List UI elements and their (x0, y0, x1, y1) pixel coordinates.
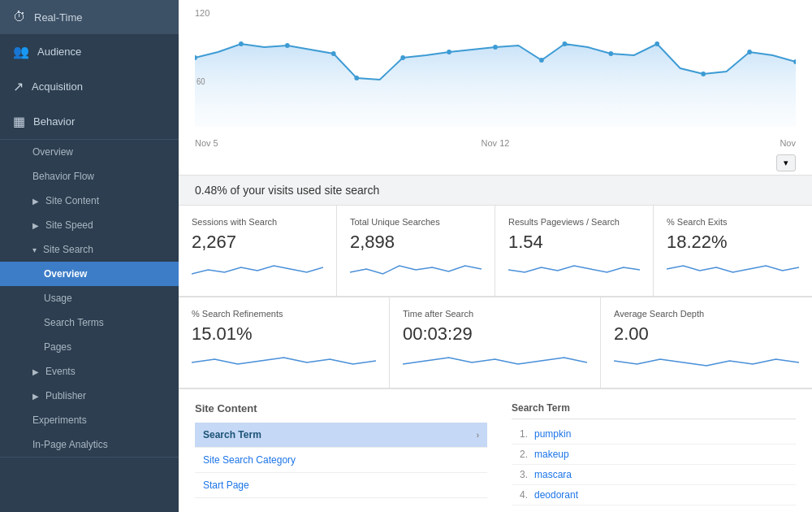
search-term-item-label: Search Term (203, 429, 261, 440)
sidebar-item-in-page[interactable]: In-Page Analytics (0, 432, 179, 457)
sparkline-r1 (403, 349, 587, 374)
sidebar-label-realtime: Real-Time (34, 11, 82, 24)
sidebar-item-experiments[interactable]: Experiments (0, 408, 179, 432)
metric-label-r0: % Search Refinements (192, 309, 376, 319)
metric-avg-search-depth: Average Search Depth 2.00 (601, 297, 812, 388)
in-page-label: In-Page Analytics (32, 439, 108, 450)
usage-label: Usage (44, 293, 72, 304)
search-term-row-0: 1. pumpkin (512, 424, 796, 445)
chart-dot (493, 45, 498, 50)
search-term-num-0: 1. (512, 428, 528, 440)
chart-date-2: Nov 12 (393, 138, 598, 148)
svg-text:60: 60 (197, 77, 205, 86)
chart-dot (447, 50, 451, 54)
sidebar-item-search-terms[interactable]: Search Terms (0, 310, 179, 335)
site-content-item-search-term[interactable]: Search Term › (195, 423, 487, 448)
sidebar-item-behavior-flow[interactable]: Behavior Flow (0, 164, 179, 189)
chart-dot (400, 55, 405, 60)
metric-sessions-search: Sessions with Search 2,267 (179, 206, 337, 297)
metrics-row-2: % Search Refinements 15.01% Time after S… (179, 297, 812, 389)
sidebar-item-acquisition[interactable]: ↗ Acquisition (0, 69, 179, 104)
sidebar-item-publisher[interactable]: ▶ Publisher (0, 384, 179, 408)
events-arrow: ▶ (32, 367, 39, 376)
sparkline-3 (667, 258, 799, 282)
sparkline-1 (350, 258, 482, 282)
chart-svg: 60 (195, 21, 796, 127)
site-content-item-category[interactable]: Site Search Category (195, 448, 487, 473)
site-search-banner: 0.48% of your visits used site search (179, 176, 812, 206)
chart-area: 120 (179, 0, 812, 176)
sparkline-0 (192, 258, 323, 282)
sidebar-label-audience: Audience (37, 46, 81, 58)
search-term-row-2: 3. mascara (512, 465, 796, 485)
realtime-icon: ⏱ (13, 10, 26, 24)
sidebar-item-behavior[interactable]: ▦ Behavior (0, 104, 179, 139)
line-chart: 60 (195, 21, 796, 135)
sidebar-item-site-speed[interactable]: ▶ Site Speed (0, 213, 179, 237)
sidebar-item-events[interactable]: ▶ Events (0, 359, 179, 384)
main-content: 120 (179, 0, 812, 512)
chart-dot (539, 58, 544, 63)
behavior-flow-label: Behavior Flow (32, 171, 94, 182)
metric-time-after-search: Time after Search 00:03:29 (390, 297, 601, 388)
search-term-link-0[interactable]: pumpkin (534, 428, 571, 440)
sidebar-item-audience[interactable]: 👥 Audience (0, 34, 179, 69)
metric-search-refinements: % Search Refinements 15.01% (179, 297, 390, 388)
sidebar-item-overview[interactable]: Overview (0, 140, 179, 164)
sidebar-item-search-overview[interactable]: Overview (0, 262, 179, 286)
acquisition-icon: ↗ (13, 79, 24, 94)
site-content-arrow: ▶ (32, 197, 39, 206)
site-content-item-start-page[interactable]: Start Page (195, 473, 487, 498)
publisher-arrow: ▶ (32, 392, 39, 401)
metric-value-2: 1.54 (508, 232, 640, 253)
sidebar-item-realtime[interactable]: ⏱ Real-Time (0, 0, 179, 34)
chart-dot (285, 43, 290, 48)
metric-label-r1: Time after Search (403, 309, 587, 319)
sidebar-item-site-search[interactable]: ▾ Site Search (0, 237, 179, 262)
site-search-arrow: ▾ (32, 245, 37, 254)
start-page-link[interactable]: Start Page (203, 479, 249, 491)
search-terms-label: Search Terms (44, 317, 104, 328)
search-term-link-1[interactable]: makeup (534, 449, 569, 460)
metric-label-2: Results Pageviews / Search (508, 217, 640, 227)
chart-date-3: Nov (598, 138, 796, 148)
site-speed-arrow: ▶ (32, 221, 39, 230)
sidebar-item-usage[interactable]: Usage (0, 286, 179, 310)
chart-dot (563, 41, 568, 46)
metric-value-3: 18.22% (667, 232, 799, 253)
search-term-num-2: 3. (512, 469, 528, 480)
banner-text: 0.48% of your visits used site search (195, 184, 379, 197)
sidebar-item-site-content[interactable]: ▶ Site Content (0, 189, 179, 213)
site-content-panel: Site Content Search Term › Site Search C… (195, 402, 487, 505)
metric-results-pageviews: Results Pageviews / Search 1.54 (495, 206, 654, 297)
metric-label-0: Sessions with Search (192, 217, 323, 227)
metric-value-r1: 00:03:29 (403, 323, 587, 345)
site-search-category-link[interactable]: Site Search Category (203, 454, 296, 466)
metric-label-3: % Search Exits (667, 217, 799, 227)
experiments-label: Experiments (32, 414, 87, 426)
chart-dot (239, 41, 244, 46)
chart-area-fill (195, 44, 796, 127)
chart-dot (331, 51, 336, 56)
search-term-row-1: 2. makeup (512, 445, 796, 465)
pages-label: Pages (44, 341, 71, 353)
sidebar-section-behavior-sub: Overview Behavior Flow ▶ Site Content ▶ … (0, 140, 179, 458)
metric-label-r2: Average Search Depth (614, 309, 799, 319)
search-term-link-2[interactable]: mascara (534, 469, 572, 480)
sparkline-r0 (192, 349, 376, 374)
search-term-num-3: 4. (512, 489, 528, 501)
sidebar-item-pages[interactable]: Pages (0, 335, 179, 359)
behavior-icon: ▦ (13, 114, 25, 129)
metric-unique-searches: Total Unique Searches 2,898 (337, 206, 495, 297)
metrics-row-1: Sessions with Search 2,267 Total Unique … (179, 206, 812, 297)
search-term-panel: Search Term 1. pumpkin 2. makeup 3. masc… (512, 402, 796, 505)
chart-dropdown-button[interactable]: ▾ (776, 154, 796, 171)
chart-dot (654, 41, 659, 46)
sparkline-2 (508, 258, 640, 282)
search-term-table-title: Search Term (512, 402, 796, 419)
chart-date-1: Nov 5 (195, 138, 393, 148)
search-term-num-1: 2. (512, 449, 528, 460)
search-term-link-3[interactable]: deodorant (534, 489, 578, 501)
events-label: Events (45, 366, 76, 377)
search-term-chevron: › (477, 431, 479, 440)
